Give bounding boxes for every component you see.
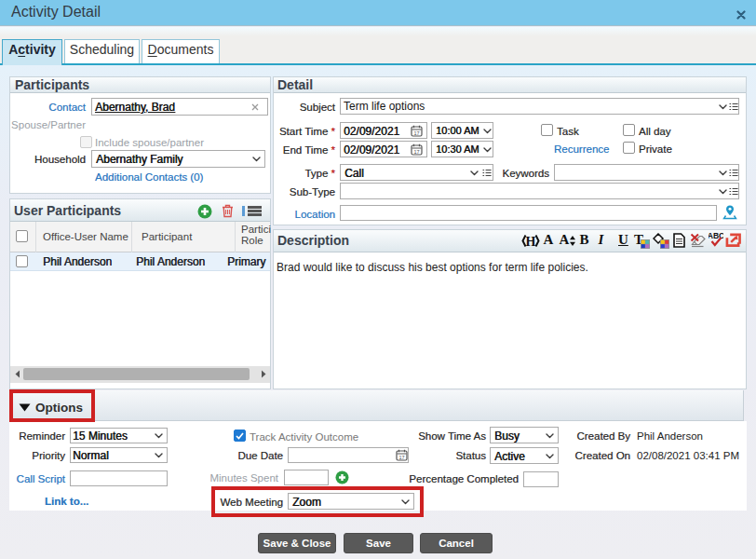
- svg-text:17: 17: [413, 130, 419, 136]
- svg-text:17: 17: [413, 149, 419, 155]
- svg-text:H: H: [526, 235, 536, 248]
